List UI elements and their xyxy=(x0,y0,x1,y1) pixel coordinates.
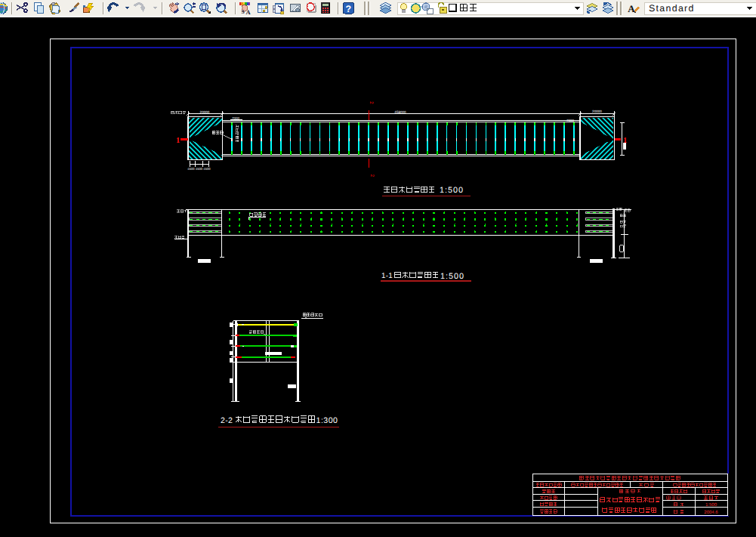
svg-text:458000: 458000 xyxy=(394,110,406,114)
svg-text:20000: 20000 xyxy=(592,110,602,113)
svg-text:A: A xyxy=(246,8,251,16)
svg-text:2: 2 xyxy=(369,101,374,104)
svg-text:2-2: 2-2 xyxy=(221,416,233,425)
svg-text:2004.6: 2004.6 xyxy=(704,510,718,515)
svg-text:1-1: 1-1 xyxy=(381,272,393,280)
svg-text:4500 4500 4500: 4500 4500 4500 xyxy=(187,167,211,171)
svg-text:S: S xyxy=(242,8,245,15)
svg-text:1:500: 1:500 xyxy=(440,186,464,195)
svg-text:1: 1 xyxy=(176,137,180,145)
svg-text:?: ? xyxy=(345,4,351,14)
svg-text:Standard: Standard xyxy=(649,3,695,14)
svg-text:20000: 20000 xyxy=(200,110,210,114)
svg-text:1:300: 1:300 xyxy=(316,416,338,425)
svg-text:1:500: 1:500 xyxy=(440,272,464,281)
svg-text:1:500: 1:500 xyxy=(705,502,717,508)
svg-text:2: 2 xyxy=(369,174,375,177)
